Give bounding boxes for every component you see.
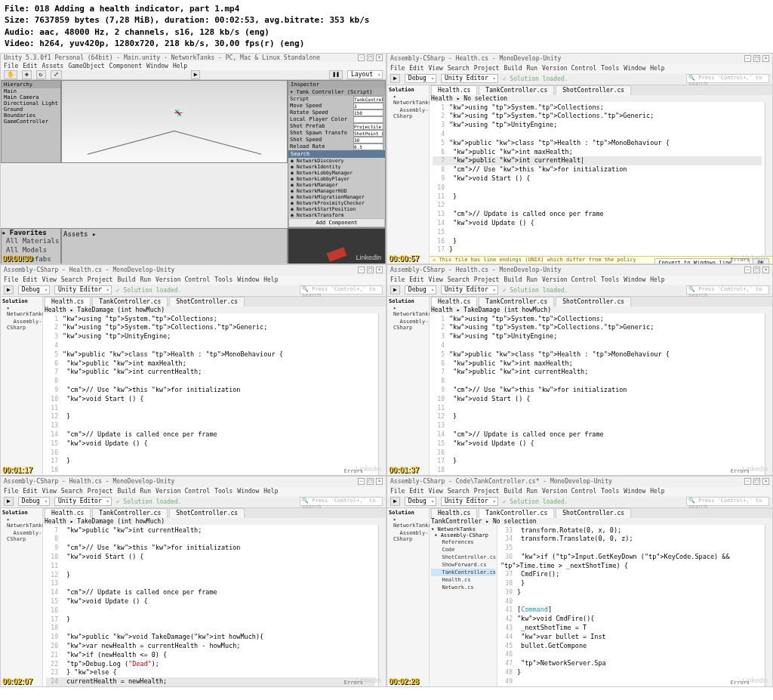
menu-build[interactable]: Build [504, 65, 522, 72]
tab-health[interactable]: Health.cs [431, 508, 477, 518]
menu-build[interactable]: Build [117, 276, 135, 284]
menu-project[interactable]: Project [474, 488, 500, 495]
inspector-panel[interactable]: Inspector ▾ Tank Controller (Script) Scr… [288, 80, 386, 228]
target-dropdown[interactable]: Unity Editor [441, 285, 498, 294]
tab-shot[interactable]: ShotController.cs [556, 508, 631, 518]
solution-pane[interactable]: Solution ▸ NetworkTanks Assembly-CSharp [387, 297, 430, 475]
menu-window[interactable]: Window [624, 488, 645, 495]
close-button[interactable]: × [376, 267, 383, 273]
menu-tools[interactable]: Tools [214, 488, 233, 495]
search-result-item[interactable]: ◉ NetworkManager [288, 182, 385, 188]
search-box[interactable]: 🔍 Press 'Control+,' to search [686, 285, 769, 294]
menu-search[interactable]: Search [61, 488, 83, 495]
search-result-item[interactable]: ◉ NetworkMigrationManager [288, 194, 385, 200]
menu-view[interactable]: View [42, 488, 57, 495]
menu-view[interactable]: View [429, 65, 443, 72]
menu-search[interactable]: Search [448, 488, 470, 495]
menu-version-control[interactable]: Version Control [542, 65, 596, 72]
move-tool[interactable]: ✥ [22, 70, 32, 79]
menu-search[interactable]: Search [448, 276, 470, 284]
tab-health[interactable]: Health.cs [45, 297, 91, 307]
config-dropdown[interactable]: Debug [405, 497, 436, 506]
menu-bar[interactable]: FileEditViewSearchProjectBuildRunVersion… [387, 64, 772, 73]
prop-input[interactable] [353, 96, 383, 103]
errors-tab[interactable]: Errors [731, 257, 750, 263]
config-dropdown[interactable]: Debug [18, 497, 50, 506]
menu-window[interactable]: Window [146, 63, 168, 69]
menu-help[interactable]: Help [263, 276, 278, 284]
close-button[interactable]: × [376, 478, 383, 485]
search-box[interactable]: 🔍 Press 'Control+,' to search [300, 497, 383, 506]
code-editor[interactable]: 1"kw">using "tp">System."tp">Collections… [430, 102, 765, 257]
menu-file[interactable]: File [4, 276, 18, 284]
menu-tools[interactable]: Tools [214, 276, 233, 284]
errors-tab[interactable]: Errors [731, 680, 750, 686]
search-result-item[interactable]: ◉ NetworkLobbyManager [288, 170, 385, 176]
menu-bar[interactable]: FileEditViewSearchProjectBuildRunVersion… [387, 276, 772, 285]
search-result-item[interactable]: ◉ NetworkStartPosition [288, 206, 385, 212]
prop-input[interactable] [353, 103, 383, 109]
menu-view[interactable]: View [429, 276, 443, 284]
menu-component[interactable]: Component [109, 63, 142, 69]
search-result-item[interactable]: ◉ NetworkProximityChecker [288, 200, 385, 206]
menu-window[interactable]: Window [624, 276, 645, 284]
close-button[interactable]: × [762, 267, 769, 273]
errors-tab[interactable]: Errors [344, 468, 363, 474]
menu-bar[interactable]: FileEditViewSearchProjectBuildRunVersion… [387, 487, 772, 496]
project-panel[interactable]: ★ FavoritesAll MaterialsAll ModelsAll Pr… [1, 228, 386, 264]
errors-tab[interactable]: Errors [731, 468, 750, 474]
search-result-item[interactable]: ◉ NetworkTransform [288, 212, 385, 218]
prop-input[interactable] [353, 109, 383, 116]
minimize-button[interactable]: – [358, 267, 365, 273]
menu-window[interactable]: Window [624, 65, 645, 72]
search-box[interactable]: 🔍 Press 'Control+,' to search [686, 497, 769, 506]
tree-file[interactable]: References [431, 538, 495, 546]
menu-edit[interactable]: Edit [409, 488, 423, 495]
config-dropdown[interactable]: Debug [405, 74, 436, 83]
menu-help[interactable]: Help [650, 65, 664, 72]
menu-version-control[interactable]: Version Control [542, 488, 596, 495]
prop-input[interactable] [353, 130, 383, 137]
menu-edit[interactable]: Edit [23, 63, 37, 69]
menu-edit[interactable]: Edit [409, 65, 423, 72]
menu-bar[interactable]: FileEditViewSearchProjectBuildRunVersion… [1, 276, 386, 285]
prop-input[interactable] [353, 143, 383, 150]
menu-bar[interactable]: FileEditViewSearchProjectBuildRunVersion… [1, 487, 386, 496]
prop-input[interactable] [353, 123, 383, 130]
tab-shot[interactable]: ShotController.cs [556, 297, 631, 307]
tab-health[interactable]: Health.cs [431, 85, 477, 95]
menu-file[interactable]: File [390, 488, 405, 495]
code-editor[interactable]: 33 transform.Rotate(0, x, 0);34 transfor… [497, 525, 765, 686]
menu-run[interactable]: Run [140, 276, 151, 284]
menu-help[interactable]: Help [263, 488, 278, 495]
transform-gizmo[interactable] [174, 105, 189, 120]
menu-run[interactable]: Run [527, 488, 537, 495]
prop-input[interactable] [353, 116, 383, 123]
breadcrumb[interactable]: Health ▸ No selection [430, 95, 772, 102]
menu-build[interactable]: Build [504, 276, 522, 284]
scene-view[interactable] [61, 80, 288, 163]
search-box[interactable]: 🔍 Press 'Control+,' to search [300, 285, 383, 294]
run-button[interactable]: ▶ [390, 285, 400, 294]
config-dropdown[interactable]: Debug [18, 285, 50, 294]
menu-view[interactable]: View [429, 488, 443, 495]
tab-shot[interactable]: ShotController.cs [169, 508, 245, 518]
target-dropdown[interactable]: Unity Editor [54, 285, 112, 294]
hierarchy-item[interactable]: GameController [2, 119, 60, 125]
tab-tank[interactable]: TankController.cs [479, 297, 554, 307]
menu-file[interactable]: File [390, 276, 405, 284]
menu-version-control[interactable]: Version Control [156, 488, 210, 495]
breadcrumb[interactable]: Health ▸ TakeDamage (int howMuch) [430, 307, 772, 313]
tab-tank[interactable]: TankController.cs [479, 85, 554, 95]
maximize-button[interactable]: □ [367, 267, 374, 273]
tab-shot[interactable]: ShotController.cs [169, 297, 245, 307]
maximize-button[interactable]: □ [753, 478, 760, 485]
hierarchy-panel[interactable]: Hierarchy MainMain CameraDirectional Lig… [1, 80, 61, 163]
search-result-item[interactable]: ◉ NetworkLobbyPlayer [288, 176, 385, 182]
target-dropdown[interactable]: Unity Editor [54, 497, 112, 506]
add-component-button[interactable]: Add Component [288, 218, 385, 227]
menu-run[interactable]: Run [527, 65, 537, 72]
menu-version-control[interactable]: Version Control [542, 276, 596, 284]
menu-help[interactable]: Help [650, 276, 664, 284]
code-editor[interactable]: 1"kw">using "tp">System."tp">Collections… [43, 313, 378, 475]
